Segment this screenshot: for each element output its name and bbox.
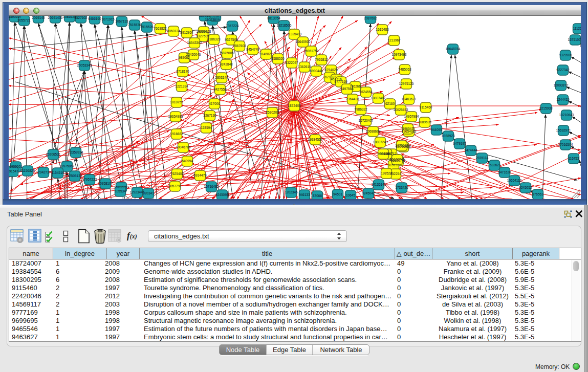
- svg-text:16961758: 16961758: [304, 49, 319, 53]
- svg-text:9242848: 9242848: [220, 62, 233, 66]
- svg-text:12975125: 12975125: [399, 82, 414, 85]
- svg-text:9227342: 9227342: [556, 68, 570, 72]
- svg-text:14136141: 14136141: [372, 183, 386, 186]
- svg-text:10025453: 10025453: [394, 108, 408, 112]
- svg-text:10645: 10645: [346, 193, 355, 197]
- svg-text:20206531: 20206531: [46, 152, 61, 156]
- svg-text:16543362: 16543362: [187, 41, 202, 45]
- svg-text:11325419: 11325419: [287, 32, 302, 36]
- svg-text:1588520: 1588520: [271, 57, 285, 60]
- svg-text:2055721: 2055721: [17, 18, 31, 22]
- svg-text:8427552: 8427552: [213, 87, 227, 91]
- svg-text:920341: 920341: [143, 191, 154, 195]
- svg-text:19654983: 19654983: [168, 115, 183, 118]
- svg-text:989062: 989062: [179, 56, 190, 59]
- svg-text:9245042: 9245042: [362, 191, 375, 195]
- svg-text:160338: 160338: [199, 16, 210, 17]
- svg-text:1362615: 1362615: [298, 65, 311, 69]
- svg-text:2087682: 2087682: [364, 16, 377, 20]
- svg-text:15751074: 15751074: [568, 38, 581, 41]
- svg-text:1202345: 1202345: [285, 190, 298, 194]
- svg-text:19975867: 19975867: [60, 164, 75, 168]
- svg-text:13226058: 13226058: [197, 30, 211, 33]
- svg-text:16648784: 16648784: [446, 47, 461, 51]
- svg-text:196543: 196543: [402, 127, 413, 130]
- svg-text:10958107: 10958107: [98, 182, 113, 185]
- svg-text:19218506: 19218506: [277, 24, 292, 27]
- svg-text:1916682: 1916682: [170, 132, 183, 136]
- svg-text:16033809: 16033809: [205, 18, 220, 21]
- svg-text:3267130: 3267130: [203, 114, 216, 117]
- svg-text:23420046: 23420046: [186, 53, 201, 56]
- svg-text:105534: 105534: [115, 189, 126, 193]
- svg-text:14957984: 14957984: [404, 115, 419, 118]
- svg-text:9146821: 9146821: [259, 52, 273, 56]
- svg-text:18807249: 18807249: [373, 140, 388, 144]
- svg-text:976563: 976563: [532, 192, 543, 196]
- svg-text:15720407: 15720407: [359, 119, 374, 122]
- svg-text:9860124: 9860124: [167, 29, 180, 33]
- svg-text:19463627: 19463627: [402, 97, 417, 101]
- svg-text:8471626: 8471626: [498, 170, 511, 174]
- svg-text:198524: 198524: [381, 171, 392, 175]
- svg-text:7485063: 7485063: [398, 68, 411, 71]
- svg-text:1527602: 1527602: [74, 16, 88, 19]
- svg-text:111263: 111263: [573, 27, 581, 30]
- svg-text:6990448: 6990448: [310, 69, 323, 73]
- svg-text:10046785: 10046785: [176, 145, 191, 149]
- svg-text:1075692: 1075692: [395, 144, 408, 147]
- svg-text:8454749: 8454749: [246, 48, 259, 51]
- svg-text:1615483: 1615483: [376, 28, 389, 31]
- svg-text:6466160: 6466160: [88, 17, 101, 20]
- svg-text:7357224: 7357224: [226, 24, 239, 28]
- svg-text:16640910: 16640910: [296, 40, 311, 43]
- svg-text:10973493: 10973493: [392, 53, 407, 56]
- svg-text:9115460: 9115460: [420, 105, 432, 109]
- svg-text:1071915: 1071915: [101, 17, 115, 21]
- svg-text:10210643: 10210643: [559, 113, 574, 117]
- svg-text:417006: 417006: [209, 102, 220, 105]
- svg-text:94501: 94501: [333, 192, 342, 196]
- svg-text:2867608: 2867608: [233, 44, 246, 48]
- svg-text:9327508: 9327508: [225, 38, 238, 41]
- svg-text:8186323: 8186323: [207, 37, 221, 41]
- svg-text:6479197: 6479197: [453, 142, 466, 145]
- svg-text:10654112: 10654112: [507, 179, 522, 182]
- svg-text:9329906: 9329906: [559, 53, 572, 57]
- svg-text:7955812: 7955812: [315, 58, 328, 61]
- svg-text:15716485: 15716485: [204, 185, 219, 188]
- svg-text:9777169: 9777169: [334, 80, 347, 83]
- svg-text:6914479: 6914479: [193, 173, 207, 177]
- svg-text:10807487: 10807487: [371, 96, 386, 100]
- svg-text:9474444: 9474444: [464, 148, 477, 152]
- svg-text:9857791: 9857791: [168, 184, 182, 188]
- svg-text:7515526: 7515526: [140, 25, 154, 29]
- svg-text:17957223: 17957223: [82, 178, 97, 181]
- svg-text:915132: 915132: [388, 163, 399, 167]
- svg-text:6322037: 6322037: [285, 61, 298, 64]
- svg-text:5875685: 5875685: [221, 51, 234, 55]
- svg-text:12359934: 12359934: [69, 150, 83, 154]
- svg-text:1010755: 1010755: [170, 100, 183, 104]
- svg-text:946133: 946133: [299, 193, 310, 196]
- svg-text:103381: 103381: [210, 16, 221, 18]
- svg-text:1935001: 1935001: [9, 165, 23, 168]
- svg-text:1154519: 1154519: [52, 171, 64, 174]
- svg-text:2364436: 2364436: [346, 97, 359, 101]
- svg-text:116753: 116753: [568, 157, 579, 160]
- svg-text:20053346: 20053346: [77, 63, 92, 67]
- svg-text:7515536: 7515536: [128, 23, 141, 27]
- svg-text:19384554: 19384554: [308, 138, 323, 141]
- svg-text:1067133: 1067133: [115, 19, 128, 23]
- svg-text:1872400: 1872400: [288, 104, 301, 107]
- svg-text:944095: 944095: [431, 128, 442, 132]
- svg-text:62160: 62160: [385, 102, 395, 105]
- svg-text:6497568: 6497568: [340, 87, 354, 91]
- svg-text:7986322: 7986322: [354, 107, 367, 111]
- svg-text:7663822: 7663822: [154, 27, 167, 30]
- svg-text:15692971: 15692971: [556, 128, 571, 132]
- svg-text:908406: 908406: [378, 152, 389, 156]
- svg-text:1221334: 1221334: [175, 84, 188, 88]
- svg-text:8813054: 8813054: [267, 16, 280, 20]
- svg-text:9245093: 9245093: [215, 193, 229, 196]
